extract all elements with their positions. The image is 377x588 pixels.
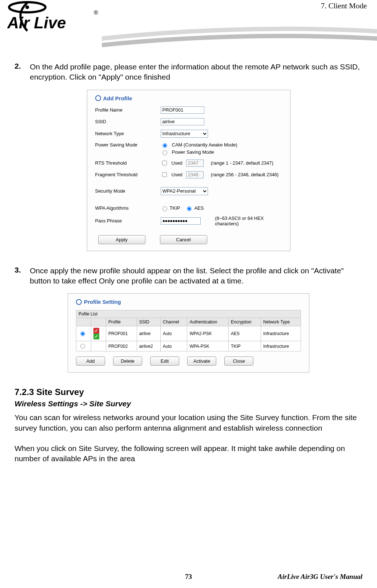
label-power-mode: Power Saving Mode: [95, 142, 161, 148]
cell-enc: TKIP: [229, 341, 261, 351]
section-paragraph-1: You can scan for wireless networks aroun…: [15, 412, 362, 433]
section-heading: 7.2.3 Site Survey: [15, 387, 362, 397]
label-profile-name: Profile Name: [95, 107, 161, 113]
security-mode-select[interactable]: WPA2-Personal: [161, 187, 208, 195]
edit-button[interactable]: Edit: [150, 357, 179, 366]
table-row[interactable]: PROF002 airlive2 Auto WPA-PSK TKIP Infra…: [76, 341, 301, 351]
section-paragraph-2: When you click on Site Survey, the follo…: [15, 443, 362, 464]
passphrase-note: (8~63 ASCII or 64 HEX characters): [215, 216, 282, 226]
network-type-select[interactable]: Infrastructure: [161, 130, 208, 138]
cell-enc: AES: [229, 326, 261, 341]
panel-title-text: Profile Setting: [84, 299, 121, 305]
label-frag: Fragment Threshold: [95, 172, 161, 177]
label-ssid: SSID: [95, 119, 161, 124]
header-swoosh: [102, 25, 377, 47]
passphrase-input[interactable]: [161, 217, 201, 225]
delete-button[interactable]: Delete: [113, 357, 142, 366]
airlive-logo: Air Live ®: [7, 0, 102, 33]
power-save-option[interactable]: Power Saving Mode: [161, 149, 237, 155]
cell-channel: Auto: [160, 341, 187, 351]
close-button[interactable]: Close: [224, 357, 253, 366]
power-save-label: Power Saving Mode: [172, 149, 214, 155]
cell-profile: PROF002: [106, 341, 137, 351]
label-rts: RTS Threshold: [95, 160, 161, 166]
page-footer: 73 AirLive Air3G User's Manual: [0, 573, 377, 581]
aes-option[interactable]: AES: [185, 205, 204, 211]
step-text: Once apply the new profile should appear…: [30, 266, 362, 286]
label-wpa-alg: WPA Algorithms: [95, 205, 161, 211]
power-cam-option[interactable]: CAM (Constantly Awake Mode): [161, 142, 237, 148]
frag-used-checkbox[interactable]: [162, 172, 167, 177]
col-select: [76, 318, 91, 326]
row-radio[interactable]: [80, 344, 85, 349]
cell-ssid: airlive: [137, 326, 160, 341]
step-2: 2. On the Add profile page, please enter…: [15, 62, 362, 82]
cell-profile: PROF001: [106, 326, 137, 341]
aes-label: AES: [194, 205, 204, 211]
apply-button[interactable]: Apply: [98, 235, 145, 244]
tkip-label: TKIP: [170, 205, 180, 211]
profile-list-label: Pofile List: [76, 310, 301, 318]
label-security: Security Mode: [95, 188, 161, 194]
cell-nt: Infrastructure: [261, 326, 301, 341]
step-text: On the Add profile page, please enter th…: [30, 62, 362, 82]
label-network-type: Network Type: [95, 131, 161, 136]
page-header: 7. Client Mode Air Live ®: [0, 0, 377, 47]
chapter-label: 7. Client Mode: [321, 1, 367, 11]
col-profile: Profile: [106, 318, 137, 326]
step-number: 3.: [15, 266, 30, 286]
col-channel: Channel: [160, 318, 187, 326]
panel-title-text: Add Profile: [103, 95, 132, 101]
power-cam-label: CAM (Constantly Awake Mode): [172, 142, 237, 148]
ring-icon: [76, 299, 82, 305]
cell-auth: WPA-PSK: [187, 341, 229, 351]
aes-radio[interactable]: [187, 206, 192, 211]
panel-title: Profile Setting: [76, 299, 301, 305]
manual-title: AirLive Air3G User's Manual: [278, 573, 362, 581]
active-green-icon: ✓: [93, 334, 99, 339]
col-enc: Encryption: [229, 318, 261, 326]
col-ssid: SSID: [137, 318, 160, 326]
rts-value-input[interactable]: [186, 160, 204, 167]
panel-title: Add Profile: [95, 95, 282, 101]
add-button[interactable]: Add: [76, 357, 105, 366]
table-row[interactable]: ✓✓ PROF001 airlive Auto WPA2-PSK AES Inf…: [76, 326, 301, 341]
cell-nt: Infrastructure: [261, 341, 301, 351]
tkip-radio[interactable]: [163, 206, 167, 211]
cell-auth: WPA2-PSK: [187, 326, 229, 341]
power-save-radio[interactable]: [163, 150, 167, 155]
ssid-input[interactable]: [161, 118, 204, 125]
logo-text: Air Live: [7, 14, 66, 32]
add-profile-panel: Add Profile Profile Name SSID Network Ty…: [87, 90, 290, 251]
cell-channel: Auto: [160, 326, 187, 341]
profile-setting-panel: Profile Setting Pofile List Profile SSID…: [68, 293, 309, 372]
logo-reg: ®: [94, 9, 98, 16]
row-radio[interactable]: [80, 331, 85, 336]
col-auth: Authentication: [187, 318, 229, 326]
page-number: 73: [185, 573, 192, 581]
frag-used-label: Used: [172, 172, 183, 177]
section-subheading: Wireless Settings -> Site Survey: [15, 399, 362, 408]
step-number: 2.: [15, 62, 30, 82]
rts-note: (range 1 - 2347, default 2347): [211, 160, 273, 166]
profile-name-input[interactable]: [161, 106, 204, 114]
frag-value-input[interactable]: [186, 171, 204, 178]
rts-used-label: Used: [172, 160, 183, 166]
tkip-option[interactable]: TKIP: [161, 205, 180, 211]
cancel-button[interactable]: Cancel: [160, 235, 207, 244]
cell-ssid: airlive2: [137, 341, 160, 351]
profile-list-table: Profile SSID Channel Authentication Encr…: [76, 318, 301, 351]
power-cam-radio[interactable]: [163, 143, 167, 148]
frag-note: (range 256 - 2346, default 2346): [211, 172, 278, 177]
activate-button[interactable]: Activate: [187, 357, 216, 366]
label-passphrase: Pass Phrase: [95, 218, 161, 223]
step-3: 3. Once apply the new profile should app…: [15, 266, 362, 286]
ring-icon: [95, 95, 101, 101]
col-active: [91, 318, 106, 326]
col-nt: Network Type: [261, 318, 301, 326]
rts-used-checkbox[interactable]: [162, 161, 167, 165]
svg-point-1: [25, 5, 29, 9]
active-red-icon: ✓: [93, 328, 99, 334]
